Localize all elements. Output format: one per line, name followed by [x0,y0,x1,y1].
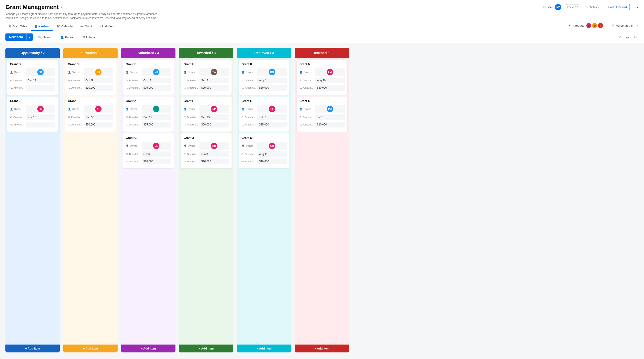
owner-value-grant-h[interactable]: TW [200,68,229,76]
due-value-grant-c[interactable]: Oct 29 [84,78,113,84]
card-grant-m[interactable]: Grant M 👤 Owner GH 🗓 Due dat... Aug 11 ¹… [239,134,290,168]
due-value-grant-i[interactable]: Sep 15 [200,114,229,120]
emoji-icon[interactable]: ☺ [632,34,638,40]
card-grant-e[interactable]: Grant E 👤 Owner SM 🗓 Due dat... Nov 18 ¹… [7,96,58,132]
amount-value-grant-b[interactable]: $25,000 [142,85,171,91]
amount-label-grant-i: ¹₂₃ Amount... [184,123,200,126]
owner-value-grant-i[interactable]: NP [200,105,229,113]
invite-button[interactable]: Invite / 2 [565,4,580,10]
more-options-button[interactable]: ··· [633,4,638,10]
card-grant-l[interactable]: Grant L 👤 Owner EF 🗓 Due dat... Jul 14 ¹… [239,96,290,132]
add-item-received[interactable]: + Add Item [237,344,291,352]
owner-value-grant-c[interactable]: RK [84,68,113,76]
owner-value-grant-d[interactable]: JD [26,68,55,76]
add-item-declined[interactable]: + Add Item [295,344,349,352]
tab-kanban[interactable]: ▦ Kanban [31,22,53,31]
due-value-grant-n[interactable]: Aug 20 [315,78,344,84]
amount-field-grant-i: ¹₂₃ Amount... $50,000 [184,122,229,128]
integrate-label[interactable]: Integrate [573,24,584,27]
owner-value-grant-j[interactable]: KR [200,142,229,150]
card-grant-n[interactable]: Grant N 👤 Owner LM 🗓 Due dat... Aug 20 ¹… [297,60,347,95]
amount-label-grant-l: ¹₂₃ Amount... [242,123,257,126]
amount-value-grant-i[interactable]: $50,000 [200,122,229,128]
due-value-grant-d[interactable]: Dec 29 [26,78,55,84]
due-value-grant-m[interactable]: Aug 11 [257,151,287,157]
owner-value-grant-m[interactable]: GH [257,142,287,150]
search-button[interactable]: 🔍 Search [35,34,55,41]
new-item-button[interactable]: New Item [6,34,26,41]
card-grant-d[interactable]: Grant D 👤 Owner JD 🗓 Due dat... Dec 29 ¹… [7,60,58,95]
column-declined: Declined / 2Grant N 👤 Owner LM 🗓 Due dat… [295,48,349,352]
due-value-grant-b[interactable]: Oct 12 [142,78,171,84]
add-item-inprocess[interactable]: + Add Item [63,344,118,352]
collapse-icon[interactable]: ∧ [636,24,638,27]
new-item-dropdown[interactable]: ▾ [26,34,33,41]
amount-value-grant-o[interactable]: $10,000 [315,122,344,128]
amount-value-grant-h[interactable]: $25,000 [200,85,229,91]
star-icon[interactable]: ☆ [64,5,68,10]
card-grant-k[interactable]: Grant K 👤 Owner DN 🗓 Due dat... Aug 4 ¹₂… [239,60,290,95]
owner-value-grant-b[interactable]: MJ [142,68,171,76]
add-view-button[interactable]: + Add View [96,22,118,31]
info-icon[interactable]: ℹ [60,5,62,9]
due-value-grant-h[interactable]: Sep 7 [200,78,229,84]
due-label-grant-m: 🗓 Due dat... [242,153,257,156]
card-grant-a[interactable]: Grant A 👤 Owner BT 🗓 Due dat... Dec 15 ¹… [123,96,174,132]
due-value-grant-j[interactable]: Jun 30 [200,151,229,157]
owner-value-grant-n[interactable]: LM [315,68,344,76]
amount-value-grant-j[interactable]: $10,000 [200,158,229,164]
owner-label-grant-d: 👤 Owner [10,71,26,74]
amount-value-grant-f[interactable]: $50,000 [84,122,113,128]
expand-icon[interactable]: ⤢ [617,34,623,41]
amount-value-grant-c[interactable]: $10,000 [84,85,113,91]
due-value-grant-e[interactable]: Nov 18 [26,114,55,120]
add-board-button[interactable]: + Add to board [605,4,630,10]
card-grant-i[interactable]: Grant I 👤 Owner NP 🗓 Due dat... Sep 15 ¹… [181,96,232,132]
amount-value-grant-a[interactable]: $25,000 [142,122,171,128]
owner-value-grant-a[interactable]: BT [142,105,171,113]
filter-button[interactable]: ⊟ Filter ▾ [80,34,98,41]
due-value-grant-f[interactable]: Dec 30 [84,114,113,120]
integrate-section: ✦ Integrate ◉ ◉ M [568,23,603,28]
tab-gantt[interactable]: ▬ Gantt [77,22,96,31]
person-button[interactable]: 👤 Person [58,34,77,41]
card-grant-c[interactable]: Grant C 👤 Owner RK 🗓 Due dat... Oct 29 ¹… [65,60,116,95]
card-grant-o[interactable]: Grant O 👤 Owner PQ 🗓 Due dat... Jul 15 ¹… [297,96,347,132]
card-grant-g[interactable]: Grant G 👤 Owner CL 🗓 Due dat... Oct 6 ¹₂… [123,134,174,168]
amount-value-grant-e[interactable] [26,122,55,128]
tab-main-table[interactable]: ⊞ Main Table [6,22,31,31]
amount-value-grant-l[interactable]: $25,000 [257,122,287,128]
automate-button[interactable]: ⚡ Automate / 8 [611,24,633,27]
owner-icon-grant-o: 👤 [300,108,302,110]
amount-value-grant-n[interactable]: $50,000 [315,85,344,91]
amount-value-grant-g[interactable]: $10,000 [142,158,171,164]
card-grant-h[interactable]: Grant H 👤 Owner TW 🗓 Due dat... Sep 7 ¹₂… [181,60,232,95]
tab-calendar[interactable]: 📅 Calendar [53,22,77,31]
owner-value-grant-e[interactable]: SM [26,105,55,113]
integration-icon-1: ◉ [586,23,591,28]
nav-right: ✦ Integrate ◉ ◉ M | ⚡ Automate / 8 ∧ [568,23,638,30]
add-item-opportunity[interactable]: + Add Item [6,344,60,352]
avatar-grant-e: SM [37,106,44,112]
card-grant-f[interactable]: Grant F 👤 Owner AL 🗓 Due dat... Dec 30 ¹… [65,96,116,132]
settings-icon[interactable]: ⚙ [624,34,630,41]
due-value-grant-o[interactable]: Jul 15 [315,114,344,120]
owner-value-grant-f[interactable]: AL [84,105,113,113]
owner-value-grant-g[interactable]: CL [142,142,171,150]
amount-value-grant-d[interactable] [26,85,55,91]
activity-button[interactable]: 〜 Activity [584,4,601,10]
amount-value-grant-k[interactable]: $50,000 [257,85,287,91]
add-item-awarded[interactable]: + Add Item [179,344,233,352]
owner-label-grant-c: 👤 Owner [68,71,84,74]
card-grant-b[interactable]: Grant B 👤 Owner MJ 🗓 Due dat... Oct 12 ¹… [123,60,174,95]
due-value-grant-a[interactable]: Dec 15 [142,114,171,120]
owner-value-grant-o[interactable]: PQ [315,105,344,113]
due-value-grant-g[interactable]: Oct 6 [142,151,171,157]
owner-value-grant-k[interactable]: DN [257,68,287,76]
due-value-grant-k[interactable]: Aug 4 [257,78,287,84]
amount-value-grant-m[interactable]: $10,000 [257,158,287,164]
card-grant-j[interactable]: Grant J 👤 Owner KR 🗓 Due dat... Jun 30 ¹… [181,134,232,168]
owner-value-grant-l[interactable]: EF [257,105,287,113]
due-value-grant-l[interactable]: Jul 14 [257,114,287,120]
add-item-submitted[interactable]: + Add Item [121,344,176,352]
